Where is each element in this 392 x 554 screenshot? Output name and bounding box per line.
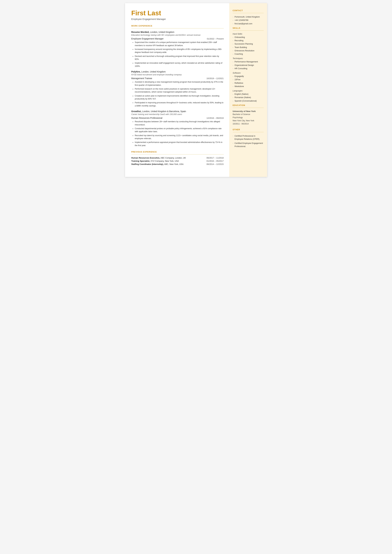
- technique-performance-management: Performance Management: [233, 60, 264, 63]
- job-1-dates: 01/2022 – Present: [207, 38, 224, 40]
- skills-divider: [233, 30, 264, 31]
- right-column: CONTACT Portsmouth, United Kingdom +44 1…: [229, 3, 267, 177]
- job-3-bullet-2: Conducted departmental probes on probabl…: [133, 127, 224, 133]
- skill-grievances-resolution: Grievances Resolution: [233, 49, 264, 52]
- job-2-bullet-1: Assisted in developing a new management …: [133, 81, 224, 87]
- education-divider: [233, 108, 264, 108]
- other-item-2: Certified Employee Engagement Profession…: [233, 142, 264, 148]
- job-1-title: Employee Engagement Manager: [131, 37, 164, 40]
- contact-header: CONTACT: [233, 9, 264, 12]
- prev-exp-2-dates: 01/2016 – 05/2017: [206, 160, 224, 162]
- edu-location: New York City, New York: [233, 119, 254, 122]
- company-3-name: Growthsi,: [131, 110, 142, 112]
- software-list: Engagedly 15Five Reflektive Weekdone: [233, 75, 264, 88]
- language-spanish: Spanish (Conversational): [233, 99, 264, 103]
- software-label: Software:: [233, 72, 264, 74]
- prev-exp-3-label: Staffing Coordinator (Internship), ABC, …: [131, 163, 184, 165]
- job-3-dates: 12/2018 – 09/2019: [206, 117, 224, 119]
- company-3-location: London, United Kingdom & Barcelona, Spai…: [142, 110, 186, 112]
- company-3-desc: Career training and membership SaaS with…: [131, 113, 224, 115]
- job-3-title: Human Resources Professional: [131, 117, 162, 119]
- technique-hr-consulting: HR Consulting: [233, 67, 264, 70]
- left-column: First Last Employee Engagement Manager W…: [125, 3, 229, 177]
- previous-experience-header: PREVIOUS EXPERIENCE: [131, 151, 224, 153]
- company-1-desc: Education technology startup with 50+ em…: [131, 34, 224, 36]
- skill-recruiting: Recruiting: [233, 39, 264, 42]
- hard-skills-label: Hard Skills:: [233, 33, 264, 35]
- job-2-title: Management Trainee: [131, 77, 152, 80]
- other-item-1: Certified Professional in Employee Relat…: [233, 134, 264, 141]
- job-2-row: Management Trainee 10/2019 – 12/2021: [131, 77, 224, 80]
- techniques-list: Performance Management Organizational De…: [233, 60, 264, 70]
- software-reflektive: Reflektive: [233, 82, 264, 85]
- job-3-bullet-4: Implemented a performance appraisal prog…: [133, 141, 224, 147]
- resume-document: First Last Employee Engagement Manager W…: [125, 3, 267, 177]
- candidate-name: First Last: [131, 9, 224, 17]
- education-header: EDUCATION: [233, 104, 264, 106]
- edu-degree: Bachelor of Science Psychology New York …: [233, 113, 264, 125]
- edu-dates: 10/2011 - 06/2014: [233, 123, 249, 125]
- languages-label: Languages:: [233, 90, 264, 92]
- skills-header: SKILLS: [233, 27, 264, 29]
- company-2-location: London, United Kingdom: [141, 70, 166, 73]
- skill-succession-planning: Succession Planning: [233, 42, 264, 46]
- job-3-row: Human Resources Professional 12/2018 – 0…: [131, 117, 224, 119]
- other-divider: [233, 132, 264, 132]
- hard-skills-list: Onboarding Recruiting Succession Plannin…: [233, 36, 264, 56]
- work-experience-divider: [131, 28, 224, 28]
- contact-address: Portsmouth, United Kingdom: [233, 15, 264, 19]
- prev-exp-1-dates: 06/2017 – 11/2018: [206, 157, 224, 159]
- prev-exp-3-dates: 06/2014 – 12/2015: [206, 163, 224, 165]
- prev-exp-2: Training Specialist, XYZ Company, New Yo…: [131, 160, 224, 162]
- job-1-bullet-2: Increased transparency around recognizin…: [133, 48, 224, 54]
- languages-list: English (Native) Romanian (Native) Spani…: [233, 92, 264, 103]
- contact-phone: +44 123456789: [233, 19, 264, 22]
- company-1-name: Resume Worded,: [131, 31, 149, 33]
- candidate-title: Employee Engagement Manager: [131, 18, 224, 20]
- prev-exp-1-label: Human Resources Executive, ABC Company, …: [131, 157, 186, 159]
- previous-experience-divider: [131, 154, 224, 154]
- company-1-location: London, United Kingdom: [150, 31, 174, 33]
- work-experience-header: WORK EXPERIENCE: [131, 25, 224, 27]
- skill-team-building: Team Building: [233, 46, 264, 49]
- company-3-header: Growthsi, London, United Kingdom & Barce…: [131, 110, 224, 113]
- job-3-bullet-3: Recruited top talent by sourcing and scr…: [133, 134, 224, 140]
- other-header: OTHER: [233, 129, 264, 131]
- job-1-row: Employee Engagement Manager 01/2022 – Pr…: [131, 37, 224, 40]
- job-1-bullet-1: Supervised the creation of a unique perf…: [133, 41, 224, 47]
- job-1-bullets: Supervised the creation of a unique perf…: [131, 41, 224, 68]
- contact-email: first.last@gmail.com: [233, 22, 264, 25]
- skill-coaching: Coaching: [233, 52, 264, 56]
- company-2-header: Polyhire, London, United Kingdom: [131, 70, 224, 73]
- prev-exp-1: Human Resources Executive, ABC Company, …: [131, 157, 224, 159]
- skill-onboarding: Onboarding: [233, 36, 264, 39]
- job-2-bullet-4: Participated in improving processes thro…: [133, 101, 224, 107]
- job-2-dates: 10/2019 – 12/2021: [206, 77, 224, 80]
- job-1-bullet-3: Devised and launched a thorough onboardi…: [133, 55, 224, 61]
- language-english: English (Native): [233, 92, 264, 96]
- company-2-name: Polyhire,: [131, 70, 141, 73]
- technique-organizational-design: Organizational Design: [233, 64, 264, 67]
- software-engagedly: Engagedly: [233, 75, 264, 78]
- job-1-bullet-4: Implemented an innovative staff engageme…: [133, 62, 224, 68]
- job-2-bullets: Assisted in developing a new management …: [131, 81, 224, 107]
- job-2-bullet-2: Performed research on the most useful pr…: [133, 87, 224, 94]
- prev-exp-2-label: Training Specialist, XYZ Company, New Yo…: [131, 160, 179, 162]
- techniques-label: Techniques:: [233, 57, 264, 60]
- contact-list: Portsmouth, United Kingdom +44 123456789…: [233, 15, 264, 25]
- job-3-bullets: Resolved disputes between 28+ staff memb…: [131, 120, 224, 147]
- edu-institution: University of New York: [233, 110, 264, 112]
- language-romanian: Romanian (Native): [233, 96, 264, 99]
- company-2-desc: NYSE-listed recruitment and employer bra…: [131, 74, 224, 76]
- edu-degree-name: Bachelor of Science: [233, 113, 250, 115]
- software-15five: 15Five: [233, 78, 264, 81]
- prev-exp-3: Staffing Coordinator (Internship), ABC, …: [131, 163, 224, 165]
- job-3-bullet-1: Resolved disputes between 28+ staff memb…: [133, 120, 224, 126]
- job-2-bullet-3: Created an action plan to implement impr…: [133, 94, 224, 101]
- software-weekdone: Weekdone: [233, 85, 264, 88]
- company-1-header: Resume Worded, London, United Kingdom: [131, 31, 224, 34]
- edu-field: Psychology: [233, 116, 243, 119]
